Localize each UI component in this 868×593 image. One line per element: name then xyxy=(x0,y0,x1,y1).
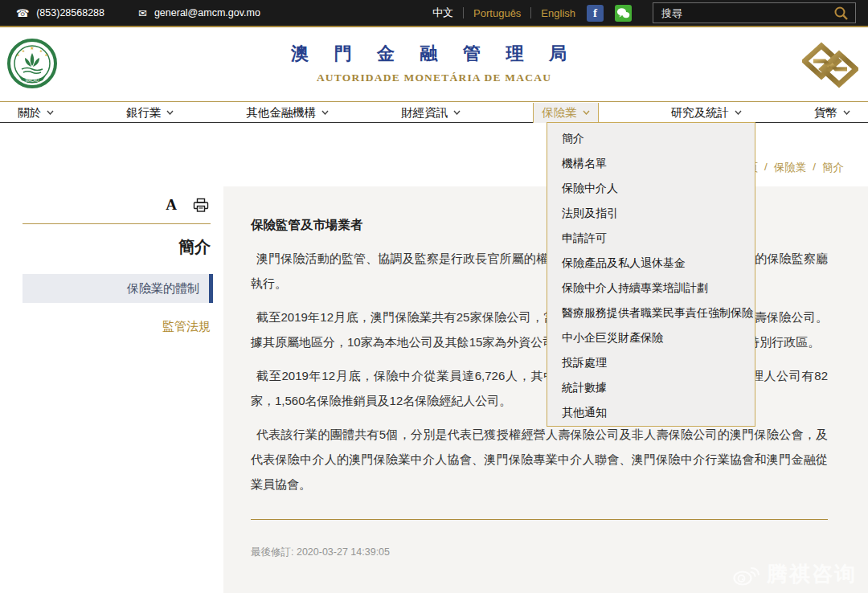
nav-research-statistics[interactable]: 研究及統計 xyxy=(671,103,743,123)
sidebar-item-insurance-system[interactable]: 保險業的體制 xyxy=(23,274,213,303)
dropdown-item-institution-list[interactable]: 機構名單 xyxy=(547,151,755,176)
divider xyxy=(463,7,464,18)
lang-portuguese[interactable]: Português xyxy=(473,7,521,19)
chevron-down-icon xyxy=(843,110,850,115)
nav-label: 銀行業 xyxy=(126,105,162,121)
insurance-dropdown-menu: 簡介 機構名單 保險中介人 法則及指引 申請許可 保險產品及私人退休基金 保險中… xyxy=(547,122,755,427)
lang-english[interactable]: English xyxy=(541,7,575,19)
search-box xyxy=(653,2,856,23)
nav-label: 保險業 xyxy=(542,105,577,121)
content-divider xyxy=(251,519,828,520)
search-input[interactable] xyxy=(653,7,833,19)
topbar-tools: 中文 Português English f xyxy=(432,2,856,23)
chevron-down-icon xyxy=(735,110,742,115)
site-title-block: 澳 門 金 融 管 理 局 AUTORIDADE MONETÁRIA DE MA… xyxy=(0,42,868,84)
facebook-icon[interactable]: f xyxy=(587,5,604,22)
nav-about[interactable]: 關於 xyxy=(18,103,54,123)
main-nav: 關於 銀行業 其他金融機構 財經資訊 保險業 研究及統計 貨幣 xyxy=(0,103,868,123)
dropdown-item-cpd-programme[interactable]: 保險中介人持續專業培訓計劃 xyxy=(547,276,755,301)
chevron-down-icon xyxy=(453,110,461,115)
topbar-contact: ☎ (853)28568288 ✉ general@amcm.gov.mo xyxy=(16,7,294,19)
chevron-down-icon xyxy=(583,110,590,115)
nav-insurance[interactable]: 保險業 xyxy=(533,103,599,123)
dropdown-item-medical-liability-insurance[interactable]: 醫療服務提供者職業民事責任強制保險 xyxy=(547,301,755,325)
phone-item: ☎ (853)28568288 xyxy=(16,7,104,19)
lang-chinese[interactable]: 中文 xyxy=(432,6,453,20)
nav-label: 關於 xyxy=(18,105,41,121)
wechat-bubbles-icon xyxy=(616,7,630,19)
breadcrumb-separator: / xyxy=(764,161,768,175)
nav-label: 財經資訊 xyxy=(401,105,448,121)
nav-other-financial-institutions[interactable]: 其他金融機構 xyxy=(246,103,329,123)
sidebar-divider xyxy=(23,223,211,224)
chevron-down-icon xyxy=(166,110,174,115)
nav-label: 研究及統計 xyxy=(671,105,730,121)
phone-number[interactable]: (853)28568288 xyxy=(36,7,104,18)
dropdown-item-complaints[interactable]: 投訴處理 xyxy=(547,350,755,375)
email-link[interactable]: general@amcm.gov.mo xyxy=(154,7,260,18)
chevron-down-icon xyxy=(47,110,54,115)
divider xyxy=(530,7,531,18)
dropdown-item-rules-guidelines[interactable]: 法則及指引 xyxy=(547,201,755,226)
amcm-diamond-logo[interactable] xyxy=(802,42,858,88)
sidebar-item-regulations[interactable]: 監管法規 xyxy=(162,319,211,334)
nav-label: 其他金融機構 xyxy=(246,105,316,121)
page: ☎ (853)28568288 ✉ general@amcm.gov.mo 中文… xyxy=(0,0,868,593)
watermark: 腾祺咨询 xyxy=(732,560,857,588)
last-modified: 最後修訂: 2020-03-27 14:39:05 xyxy=(251,546,828,559)
sidebar: A 簡介 保險業的體制 監管法規 xyxy=(0,186,223,593)
nav-label: 貨幣 xyxy=(814,105,837,121)
breadcrumb-separator: / xyxy=(813,161,816,175)
phone-icon: ☎ xyxy=(16,7,29,19)
wechat-icon[interactable] xyxy=(615,5,632,22)
email-icon: ✉ xyxy=(138,7,147,19)
content-inner: 保險監管及市場業者 澳門保險活動的監管、協調及監察是行政長官所屬的權限，該等權限… xyxy=(223,186,868,559)
dropdown-item-statistics[interactable]: 統計數據 xyxy=(547,375,755,400)
nav-banking[interactable]: 銀行業 xyxy=(126,103,174,123)
weibo-icon xyxy=(732,562,761,587)
email-item: ✉ general@amcm.gov.mo xyxy=(138,7,260,19)
breadcrumb-section[interactable]: 保險業 xyxy=(774,161,807,175)
dropdown-item-products-pension-funds[interactable]: 保險產品及私人退休基金 xyxy=(547,251,755,276)
dropdown-item-sme-catastrophe-insurance[interactable]: 中小企巨災財產保險 xyxy=(547,325,755,350)
search-icon[interactable] xyxy=(833,6,849,21)
nav-currency[interactable]: 貨幣 xyxy=(814,103,850,123)
dropdown-item-insurance-intermediaries[interactable]: 保險中介人 xyxy=(547,176,755,201)
sidebar-tools: A xyxy=(166,196,209,214)
site-title-chinese[interactable]: 澳 門 金 融 管 理 局 xyxy=(0,42,868,66)
chevron-down-icon xyxy=(321,110,329,115)
dropdown-item-introduction[interactable]: 簡介 xyxy=(547,126,755,151)
nav-financial-info[interactable]: 財經資訊 xyxy=(401,103,461,123)
site-title-portuguese: AUTORIDADE MONETÁRIA DE MACAU xyxy=(0,72,868,84)
topbar: ☎ (853)28568288 ✉ general@amcm.gov.mo 中文… xyxy=(0,0,868,27)
sidebar-heading: 簡介 xyxy=(178,236,211,258)
site-header: ★ ★ ★ ★ ★ MACAU 澳 門 金 融 管 理 局 AUTORIDADE… xyxy=(0,29,868,102)
paragraph-4: 代表該行業的團體共有5個，分別是代表已獲授權經營人壽保險公司及非人壽保險公司的澳… xyxy=(251,422,828,497)
print-icon[interactable] xyxy=(193,198,209,213)
watermark-text: 腾祺咨询 xyxy=(767,560,857,588)
main-content: 保險監管及市場業者 澳門保險活動的監管、協調及監察是行政長官所屬的權限，該等權限… xyxy=(223,186,868,593)
dropdown-item-other-notices[interactable]: 其他通知 xyxy=(547,400,755,425)
dropdown-item-application-licensing[interactable]: 申請許可 xyxy=(547,226,755,251)
breadcrumb-current: 簡介 xyxy=(822,161,844,175)
font-size-button[interactable]: A xyxy=(166,196,177,214)
